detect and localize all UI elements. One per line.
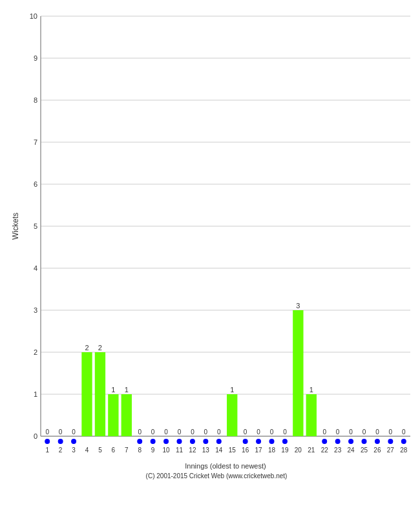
svg-point-90 bbox=[335, 439, 341, 444]
svg-text:2: 2 bbox=[98, 344, 102, 352]
svg-text:8: 8 bbox=[34, 96, 37, 104]
svg-text:1: 1 bbox=[45, 447, 49, 454]
svg-text:12: 12 bbox=[189, 447, 196, 454]
svg-point-63 bbox=[216, 439, 222, 444]
svg-text:14: 14 bbox=[215, 447, 223, 454]
svg-text:0: 0 bbox=[217, 428, 221, 436]
svg-point-27 bbox=[58, 439, 63, 444]
svg-text:3: 3 bbox=[34, 306, 37, 314]
svg-text:0: 0 bbox=[34, 432, 37, 440]
svg-text:1: 1 bbox=[125, 386, 129, 394]
svg-text:0: 0 bbox=[59, 428, 63, 436]
svg-text:Innings (oldest to newest): Innings (oldest to newest) bbox=[185, 462, 266, 470]
svg-text:5: 5 bbox=[98, 447, 102, 454]
svg-text:0: 0 bbox=[257, 428, 260, 436]
svg-text:2: 2 bbox=[85, 344, 89, 352]
svg-text:1: 1 bbox=[111, 386, 115, 394]
svg-text:17: 17 bbox=[255, 447, 263, 454]
svg-rect-81 bbox=[293, 310, 303, 436]
chart-container: 0123456789100102032425161708090100110120… bbox=[0, 0, 420, 517]
svg-point-93 bbox=[348, 439, 353, 444]
svg-rect-84 bbox=[306, 394, 317, 436]
svg-text:0: 0 bbox=[402, 428, 406, 436]
svg-text:0: 0 bbox=[45, 428, 49, 436]
svg-text:10: 10 bbox=[163, 447, 171, 454]
svg-text:7: 7 bbox=[34, 138, 37, 146]
svg-text:13: 13 bbox=[202, 447, 210, 454]
svg-point-72 bbox=[256, 439, 261, 444]
svg-text:2: 2 bbox=[59, 447, 63, 454]
svg-text:23: 23 bbox=[334, 447, 342, 454]
svg-point-54 bbox=[177, 439, 182, 444]
svg-text:11: 11 bbox=[176, 447, 184, 454]
svg-rect-66 bbox=[227, 394, 237, 436]
svg-rect-42 bbox=[121, 394, 132, 436]
svg-text:20: 20 bbox=[295, 447, 302, 454]
svg-text:0: 0 bbox=[270, 428, 274, 436]
svg-text:15: 15 bbox=[229, 447, 236, 454]
svg-text:0: 0 bbox=[336, 428, 340, 436]
svg-point-69 bbox=[243, 439, 248, 444]
svg-text:7: 7 bbox=[125, 447, 129, 454]
svg-point-60 bbox=[203, 439, 208, 444]
svg-text:0: 0 bbox=[375, 428, 379, 436]
svg-text:28: 28 bbox=[400, 447, 408, 454]
svg-point-102 bbox=[388, 439, 393, 444]
svg-text:Wickets: Wickets bbox=[11, 213, 20, 240]
svg-point-96 bbox=[362, 439, 367, 444]
svg-text:19: 19 bbox=[281, 447, 289, 454]
svg-text:21: 21 bbox=[308, 447, 315, 454]
svg-point-51 bbox=[163, 439, 169, 444]
svg-text:1: 1 bbox=[230, 386, 234, 394]
svg-text:0: 0 bbox=[178, 428, 182, 436]
chart-svg: 0123456789100102032425161708090100110120… bbox=[10, 10, 420, 481]
svg-text:0: 0 bbox=[349, 428, 353, 436]
svg-text:0: 0 bbox=[151, 428, 155, 436]
svg-text:0: 0 bbox=[244, 428, 247, 436]
svg-point-57 bbox=[190, 439, 195, 444]
svg-point-30 bbox=[71, 439, 76, 444]
svg-text:6: 6 bbox=[34, 180, 37, 188]
svg-text:1: 1 bbox=[34, 390, 37, 398]
svg-text:10: 10 bbox=[30, 12, 37, 20]
svg-rect-36 bbox=[95, 352, 105, 436]
svg-text:1: 1 bbox=[310, 386, 313, 394]
svg-text:0: 0 bbox=[204, 428, 208, 436]
svg-text:9: 9 bbox=[34, 54, 37, 62]
svg-point-78 bbox=[282, 439, 288, 444]
svg-text:3: 3 bbox=[296, 302, 300, 310]
svg-text:18: 18 bbox=[268, 447, 276, 454]
svg-point-99 bbox=[375, 439, 380, 444]
svg-text:0: 0 bbox=[389, 428, 393, 436]
svg-text:0: 0 bbox=[362, 428, 366, 436]
svg-text:16: 16 bbox=[242, 447, 249, 454]
svg-text:4: 4 bbox=[34, 264, 37, 272]
svg-text:24: 24 bbox=[348, 447, 355, 454]
svg-text:25: 25 bbox=[361, 447, 368, 454]
svg-text:6: 6 bbox=[112, 447, 116, 454]
svg-text:27: 27 bbox=[387, 447, 395, 454]
svg-text:0: 0 bbox=[138, 428, 142, 436]
svg-text:3: 3 bbox=[72, 447, 76, 454]
svg-text:2: 2 bbox=[34, 348, 37, 356]
svg-text:8: 8 bbox=[138, 447, 142, 454]
svg-point-75 bbox=[269, 439, 275, 444]
svg-text:0: 0 bbox=[72, 428, 76, 436]
svg-text:0: 0 bbox=[322, 428, 326, 436]
svg-point-48 bbox=[151, 439, 156, 444]
svg-text:4: 4 bbox=[85, 447, 89, 454]
svg-text:5: 5 bbox=[34, 222, 37, 230]
svg-point-45 bbox=[137, 439, 142, 444]
svg-text:(C) 2001-2015 Cricket Web (www: (C) 2001-2015 Cricket Web (www.cricketwe… bbox=[146, 472, 288, 480]
svg-text:0: 0 bbox=[191, 428, 194, 436]
svg-text:22: 22 bbox=[321, 447, 329, 454]
svg-text:0: 0 bbox=[283, 428, 287, 436]
svg-text:0: 0 bbox=[164, 428, 168, 436]
svg-rect-33 bbox=[81, 352, 92, 436]
svg-text:9: 9 bbox=[151, 447, 155, 454]
svg-text:26: 26 bbox=[373, 447, 381, 454]
svg-point-105 bbox=[401, 439, 406, 444]
svg-point-24 bbox=[45, 439, 50, 444]
svg-rect-39 bbox=[108, 394, 118, 436]
svg-point-87 bbox=[322, 439, 327, 444]
